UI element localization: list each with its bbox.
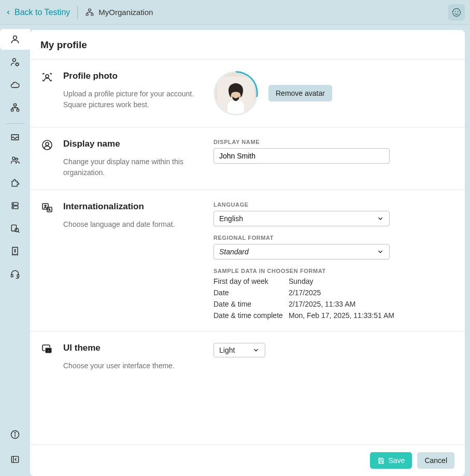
svg-point-19 <box>15 228 19 232</box>
nav-plugins[interactable] <box>3 172 27 193</box>
display-name-label: DISPLAY NAME <box>213 139 454 145</box>
svg-point-7 <box>12 59 16 62</box>
svg-point-24 <box>15 432 15 433</box>
svg-point-26 <box>46 75 49 78</box>
svg-rect-11 <box>17 109 19 111</box>
svg-rect-2 <box>91 13 93 16</box>
save-icon <box>377 457 385 465</box>
invoice-icon <box>10 246 20 256</box>
section-heading: Display name <box>63 139 198 149</box>
back-to-testiny-link[interactable]: Back to Testiny <box>5 8 70 17</box>
chevron-left-icon <box>5 9 11 16</box>
chevron-down-icon <box>252 347 260 354</box>
smiley-icon <box>451 7 462 18</box>
display-name-input[interactable] <box>213 148 390 164</box>
svg-rect-21 <box>17 275 19 277</box>
i18n-icon <box>40 201 54 320</box>
svg-rect-9 <box>14 104 17 106</box>
org-chart-icon <box>10 103 20 113</box>
nav-audit[interactable] <box>3 218 27 239</box>
back-label: Back to Testiny <box>15 8 70 17</box>
org-name: MyOrganization <box>98 8 153 17</box>
nav-server[interactable] <box>3 195 27 216</box>
svg-point-29 <box>42 140 52 150</box>
nav-org-chart[interactable] <box>3 97 27 118</box>
nav-collapse[interactable] <box>3 449 27 470</box>
inbox-icon <box>10 132 20 142</box>
sample-row: Date & time 2/17/2025, 11:33 AM <box>213 300 454 308</box>
section-heading: Profile photo <box>63 71 198 81</box>
svg-point-3 <box>453 8 461 16</box>
theme-select[interactable]: Light <box>213 343 265 357</box>
headset-icon <box>10 269 20 279</box>
svg-point-16 <box>13 204 13 204</box>
profile-photo-icon <box>40 71 54 116</box>
svg-rect-10 <box>11 109 13 111</box>
section-heading: Internationalization <box>63 201 198 212</box>
org-icon <box>85 8 94 17</box>
language-label: LANGUAGE <box>213 201 454 208</box>
org-selector[interactable]: MyOrganization <box>85 8 153 17</box>
chevron-down-icon <box>377 215 384 222</box>
save-button[interactable]: Save <box>370 452 412 469</box>
language-select[interactable]: English <box>213 211 390 226</box>
team-icon <box>10 155 20 165</box>
section-desc: Change your display name within this org… <box>63 156 198 178</box>
page-title: My profile <box>30 30 465 59</box>
puzzle-icon <box>10 178 20 188</box>
collapse-icon <box>10 454 20 465</box>
user-gear-icon <box>10 57 20 67</box>
sample-row: First day of week Sunday <box>213 277 454 285</box>
svg-point-13 <box>16 158 18 160</box>
display-name-icon <box>40 139 54 178</box>
divider <box>6 123 24 124</box>
section-desc: Choose your user interface theme. <box>63 360 198 371</box>
svg-rect-37 <box>380 461 382 463</box>
server-icon <box>10 200 20 211</box>
sidebar <box>0 25 30 476</box>
nav-support[interactable] <box>3 264 27 284</box>
language-value: English <box>219 214 243 223</box>
nav-inbox[interactable] <box>3 127 27 148</box>
svg-point-5 <box>458 11 458 11</box>
svg-point-17 <box>13 207 13 208</box>
nav-team[interactable] <box>3 150 27 170</box>
nav-billing[interactable] <box>3 241 27 262</box>
svg-point-30 <box>46 142 49 146</box>
nav-cloud[interactable] <box>3 75 27 95</box>
section-desc: Upload a profile picture for your accoun… <box>63 89 198 110</box>
svg-point-4 <box>455 11 455 11</box>
user-icon <box>10 34 20 45</box>
cloud-icon <box>10 80 20 90</box>
svg-rect-20 <box>11 275 13 277</box>
svg-rect-36 <box>380 458 382 459</box>
sample-label: SAMPLE DATA IN CHOOSEN FORMAT <box>213 268 454 274</box>
svg-rect-1 <box>87 13 89 16</box>
theme-icon <box>40 343 54 371</box>
section-desc: Choose language and date format. <box>63 219 198 230</box>
avatar-image <box>217 77 254 114</box>
sample-row: Date & time complete Mon, Feb 17, 2025, … <box>213 311 454 320</box>
regional-label: REGIONAL FORMAT <box>213 235 454 241</box>
theme-value: Light <box>219 346 235 354</box>
feedback-button[interactable] <box>448 4 465 21</box>
svg-rect-18 <box>11 225 16 231</box>
cancel-button[interactable]: Cancel <box>417 452 454 469</box>
svg-rect-0 <box>89 9 91 11</box>
svg-point-8 <box>16 63 19 66</box>
nav-my-profile[interactable] <box>0 29 30 50</box>
remove-avatar-button[interactable]: Remove avatar <box>268 85 332 102</box>
regional-format-select[interactable]: Standard <box>213 244 390 259</box>
section-heading: UI theme <box>63 343 198 353</box>
audit-icon <box>10 223 20 234</box>
info-icon <box>10 429 20 440</box>
sample-row: Date 2/17/2025 <box>213 289 454 297</box>
svg-point-6 <box>13 36 17 39</box>
nav-user-settings[interactable] <box>3 52 27 73</box>
regional-value: Standard <box>219 248 249 256</box>
divider <box>77 6 78 19</box>
svg-point-12 <box>12 157 15 160</box>
avatar[interactable] <box>213 71 258 116</box>
chevron-down-icon <box>377 248 384 255</box>
nav-info[interactable] <box>3 424 27 445</box>
